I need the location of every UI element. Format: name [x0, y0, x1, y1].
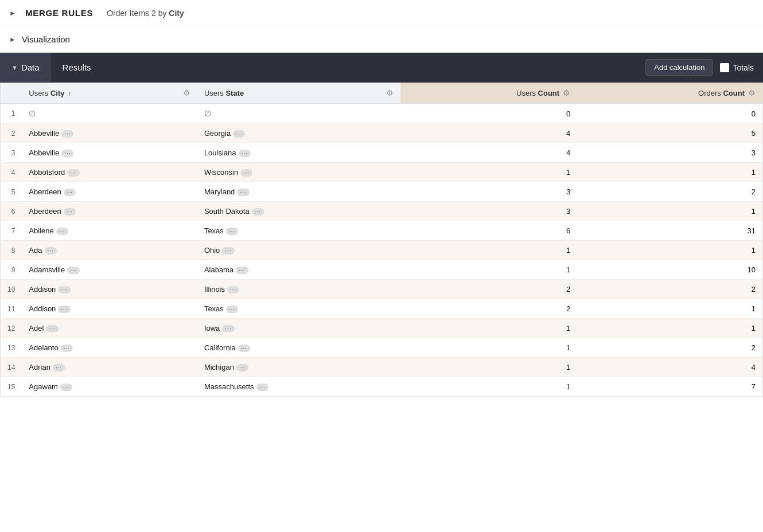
cell-users-count: 1: [400, 358, 577, 377]
cell-orders-count: 1: [577, 319, 762, 338]
tag-dots[interactable]: ···: [56, 228, 68, 235]
col-city-gear-icon[interactable]: ⚙: [183, 88, 190, 97]
cell-users-count: 1: [400, 163, 577, 182]
col-header-city[interactable]: Users City ↑ ⚙: [22, 83, 197, 104]
cell-orders-count: 5: [577, 124, 762, 143]
tag-dots[interactable]: ···: [58, 286, 70, 294]
table-row: 11Addison···Texas···21: [1, 299, 762, 319]
tag-dots[interactable]: ···: [61, 150, 73, 157]
totals-checkbox[interactable]: [720, 63, 729, 72]
cell-city: Abbeville···: [22, 124, 197, 143]
cell-orders-count: 4: [577, 358, 762, 377]
tag-dots[interactable]: ···: [239, 150, 251, 157]
tag-dots[interactable]: ···: [58, 306, 70, 313]
tag-dots[interactable]: ···: [61, 130, 73, 138]
cell-state: Michigan···: [197, 358, 401, 377]
visualization-toggle-icon[interactable]: ►: [9, 36, 16, 44]
table-row: 4Abbotsford···Wisconsin···11: [1, 163, 762, 182]
tag-dots[interactable]: ···: [233, 130, 245, 138]
tab-data[interactable]: ▼ Data: [0, 53, 51, 82]
col-header-orders-count[interactable]: Orders Count ⚙: [577, 83, 762, 104]
cell-state: Iowa···: [197, 319, 401, 338]
cell-city: Ada···: [22, 241, 197, 260]
cell-users-count: 6: [400, 221, 577, 241]
tag-dots[interactable]: ···: [226, 228, 238, 235]
cell-state: Texas···: [197, 299, 401, 319]
cell-state: Maryland···: [197, 182, 401, 202]
tag-dots[interactable]: ···: [236, 364, 248, 371]
cell-state: Texas···: [197, 221, 401, 241]
col-header-state[interactable]: Users State ⚙: [197, 83, 401, 104]
null-symbol: ∅: [29, 109, 36, 118]
visualization-label: Visualization: [22, 34, 70, 44]
cell-orders-count: 31: [577, 221, 762, 241]
cell-state: Georgia···: [197, 124, 401, 143]
tab-results-label: Results: [63, 62, 91, 72]
cell-orders-count: 3: [577, 143, 762, 163]
cell-users-count: 3: [400, 182, 577, 202]
cell-orders-count: 1: [577, 202, 762, 221]
tag-dots[interactable]: ···: [256, 384, 268, 391]
table-row: 3Abbeville···Louisiana···43: [1, 143, 762, 163]
tag-dots[interactable]: ···: [222, 247, 234, 255]
cell-state: Wisconsin···: [197, 163, 401, 182]
tag-dots[interactable]: ···: [53, 364, 65, 371]
tag-dots[interactable]: ···: [67, 169, 79, 177]
merge-rules-bar: ► MERGE RULES Order Items 2 by City: [0, 0, 763, 26]
add-calculation-button[interactable]: Add calculation: [645, 59, 713, 76]
col-state-gear-icon[interactable]: ⚙: [386, 88, 394, 97]
cell-city: Abilene···: [22, 221, 197, 241]
cell-orders-count: 1: [577, 163, 762, 182]
cell-city: Aberdeen···: [22, 182, 197, 202]
cell-state: Massachusetts···: [197, 377, 401, 397]
tag-dots[interactable]: ···: [240, 169, 252, 177]
cell-state: Ohio···: [197, 241, 401, 260]
tag-dots[interactable]: ···: [64, 189, 76, 196]
cell-users-count: 1: [400, 338, 577, 358]
cell-users-count: 0: [400, 104, 577, 124]
col-header-users-count[interactable]: Users Count ⚙: [400, 83, 577, 104]
table-row: 9Adamsville···Alabama···110: [1, 260, 762, 280]
cell-users-count: 1: [400, 319, 577, 338]
tag-dots[interactable]: ···: [61, 345, 73, 352]
table-row: 13Adelanto···California···12: [1, 338, 762, 358]
cell-city: Adelanto···: [22, 338, 197, 358]
tag-dots[interactable]: ···: [45, 247, 57, 255]
cell-orders-count: 7: [577, 377, 762, 397]
table-row: 12Adel···Iowa···11: [1, 319, 762, 338]
tag-dots[interactable]: ···: [222, 325, 234, 332]
tag-dots[interactable]: ···: [227, 286, 239, 294]
tag-dots[interactable]: ···: [252, 208, 264, 216]
table-row: 1∅∅00: [1, 104, 762, 124]
table-row: 7Abilene···Texas···631: [1, 221, 762, 241]
cell-users-count: 4: [400, 124, 577, 143]
row-number: 2: [1, 124, 22, 143]
tag-dots[interactable]: ···: [67, 267, 79, 274]
cell-orders-count: 1: [577, 299, 762, 319]
tag-dots[interactable]: ···: [60, 384, 72, 391]
cell-users-count: 2: [400, 299, 577, 319]
merge-rules-toggle-icon[interactable]: ►: [9, 9, 16, 17]
totals-label: Totals: [733, 63, 754, 72]
tag-dots[interactable]: ···: [238, 345, 250, 352]
cell-orders-count: 2: [577, 182, 762, 202]
cell-state: Louisiana···: [197, 143, 401, 163]
tag-dots[interactable]: ···: [237, 189, 249, 196]
cell-city: Addison···: [22, 280, 197, 299]
tag-dots[interactable]: ···: [64, 208, 76, 216]
cell-state: Illinois···: [197, 280, 401, 299]
cell-city: Adrian···: [22, 358, 197, 377]
row-number: 13: [1, 338, 22, 358]
tag-dots[interactable]: ···: [226, 306, 238, 313]
cell-state: California···: [197, 338, 401, 358]
table-row: 2Abbeville···Georgia···45: [1, 124, 762, 143]
data-toolbar: ▼ Data Results Add calculation Totals: [0, 53, 763, 83]
tag-dots[interactable]: ···: [236, 267, 248, 274]
col-orderscount-gear-icon[interactable]: ⚙: [748, 88, 756, 97]
tab-results[interactable]: Results: [51, 53, 103, 82]
table-row: 6Aberdeen···South Dakota···31: [1, 202, 762, 221]
tag-dots[interactable]: ···: [46, 325, 58, 332]
cell-city: Addison···: [22, 299, 197, 319]
col-userscount-gear-icon[interactable]: ⚙: [563, 88, 570, 97]
cell-users-count: 3: [400, 202, 577, 221]
